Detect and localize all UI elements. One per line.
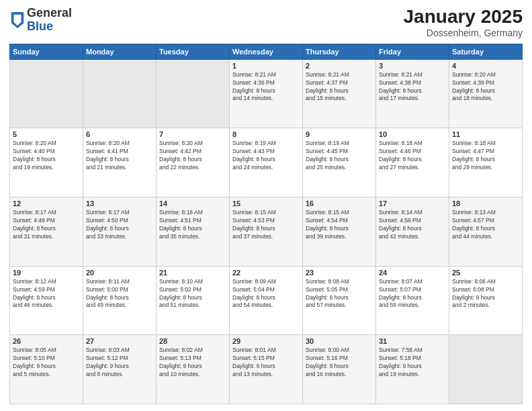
day-info: Sunrise: 8:09 AM Sunset: 5:04 PM Dayligh… <box>232 278 300 310</box>
calendar-week-row: 1Sunrise: 8:21 AM Sunset: 4:36 PM Daylig… <box>10 59 523 128</box>
logo: General Blue <box>9 7 72 34</box>
day-info: Sunrise: 8:07 AM Sunset: 5:07 PM Dayligh… <box>379 278 446 310</box>
day-number: 12 <box>13 199 80 208</box>
table-row: 21Sunrise: 8:10 AM Sunset: 5:02 PM Dayli… <box>157 266 230 335</box>
day-info: Sunrise: 8:20 AM Sunset: 4:41 PM Dayligh… <box>86 140 153 172</box>
day-info: Sunrise: 8:06 AM Sunset: 5:08 PM Dayligh… <box>452 278 519 310</box>
logo-general-text: General <box>27 6 72 19</box>
day-info: Sunrise: 8:15 AM Sunset: 4:53 PM Dayligh… <box>232 209 300 241</box>
weekday-header-row: Sunday Monday Tuesday Wednesday Thursday… <box>10 44 523 59</box>
table-row: 27Sunrise: 8:03 AM Sunset: 5:12 PM Dayli… <box>83 335 157 404</box>
day-number: 9 <box>306 130 373 138</box>
day-info: Sunrise: 8:03 AM Sunset: 5:12 PM Dayligh… <box>86 347 153 379</box>
col-sunday: Sunday <box>10 44 83 59</box>
table-row: 4Sunrise: 8:20 AM Sunset: 4:39 PM Daylig… <box>449 59 523 128</box>
table-row <box>449 335 523 404</box>
day-number: 31 <box>379 337 446 345</box>
table-row: 9Sunrise: 8:19 AM Sunset: 4:45 PM Daylig… <box>303 128 376 197</box>
table-row: 18Sunrise: 8:13 AM Sunset: 4:57 PM Dayli… <box>449 197 523 267</box>
day-number: 24 <box>379 269 446 277</box>
day-number: 5 <box>13 130 80 138</box>
day-number: 17 <box>379 199 446 208</box>
table-row: 30Sunrise: 8:00 AM Sunset: 5:16 PM Dayli… <box>303 335 376 404</box>
table-row: 12Sunrise: 8:17 AM Sunset: 4:49 PM Dayli… <box>10 197 83 267</box>
day-number: 2 <box>306 62 373 70</box>
logo-blue-text: Blue <box>27 19 53 33</box>
col-friday: Friday <box>376 44 449 59</box>
calendar-title: January 2025 <box>404 7 523 28</box>
table-row: 26Sunrise: 8:05 AM Sunset: 5:10 PM Dayli… <box>10 335 83 404</box>
day-number: 20 <box>86 269 153 277</box>
day-number: 21 <box>159 269 226 277</box>
day-number: 6 <box>86 130 153 138</box>
table-row: 28Sunrise: 8:02 AM Sunset: 5:13 PM Dayli… <box>157 335 230 404</box>
day-number: 15 <box>232 199 300 208</box>
day-info: Sunrise: 8:12 AM Sunset: 4:59 PM Dayligh… <box>13 278 80 310</box>
calendar-table: Sunday Monday Tuesday Wednesday Thursday… <box>9 44 523 404</box>
col-saturday: Saturday <box>449 44 523 59</box>
table-row: 14Sunrise: 8:16 AM Sunset: 4:51 PM Dayli… <box>157 197 230 267</box>
table-row: 16Sunrise: 8:15 AM Sunset: 4:54 PM Dayli… <box>303 197 376 267</box>
table-row: 17Sunrise: 8:14 AM Sunset: 4:56 PM Dayli… <box>376 197 449 267</box>
day-info: Sunrise: 8:01 AM Sunset: 5:15 PM Dayligh… <box>232 347 300 379</box>
table-row: 11Sunrise: 8:18 AM Sunset: 4:47 PM Dayli… <box>449 128 523 197</box>
day-info: Sunrise: 8:13 AM Sunset: 4:57 PM Dayligh… <box>452 209 519 241</box>
day-number: 7 <box>159 130 226 138</box>
day-info: Sunrise: 8:21 AM Sunset: 4:38 PM Dayligh… <box>379 71 446 103</box>
day-number: 3 <box>379 62 446 70</box>
table-row: 22Sunrise: 8:09 AM Sunset: 5:04 PM Dayli… <box>230 266 303 335</box>
table-row: 15Sunrise: 8:15 AM Sunset: 4:53 PM Dayli… <box>230 197 303 267</box>
day-info: Sunrise: 8:17 AM Sunset: 4:50 PM Dayligh… <box>86 209 153 241</box>
day-number: 4 <box>452 62 519 70</box>
day-number: 22 <box>232 269 300 277</box>
day-info: Sunrise: 8:00 AM Sunset: 5:16 PM Dayligh… <box>306 347 373 379</box>
day-info: Sunrise: 8:20 AM Sunset: 4:39 PM Dayligh… <box>452 71 519 103</box>
table-row <box>10 59 83 128</box>
col-thursday: Thursday <box>303 44 376 59</box>
day-info: Sunrise: 8:05 AM Sunset: 5:10 PM Dayligh… <box>13 347 80 379</box>
title-block: January 2025 Dossenheim, Germany <box>404 7 523 38</box>
day-number: 28 <box>159 337 226 345</box>
day-number: 10 <box>379 130 446 138</box>
day-info: Sunrise: 8:20 AM Sunset: 4:42 PM Dayligh… <box>159 140 226 172</box>
table-row: 20Sunrise: 8:11 AM Sunset: 5:00 PM Dayli… <box>83 266 157 335</box>
day-info: Sunrise: 8:15 AM Sunset: 4:54 PM Dayligh… <box>306 209 373 241</box>
table-row: 24Sunrise: 8:07 AM Sunset: 5:07 PM Dayli… <box>376 266 449 335</box>
day-info: Sunrise: 8:14 AM Sunset: 4:56 PM Dayligh… <box>379 209 446 241</box>
table-row: 1Sunrise: 8:21 AM Sunset: 4:36 PM Daylig… <box>230 59 303 128</box>
day-number: 11 <box>452 130 519 138</box>
table-row: 23Sunrise: 8:08 AM Sunset: 5:05 PM Dayli… <box>303 266 376 335</box>
day-info: Sunrise: 8:18 AM Sunset: 4:47 PM Dayligh… <box>452 140 519 172</box>
col-monday: Monday <box>83 44 157 59</box>
day-number: 13 <box>86 199 153 208</box>
table-row: 13Sunrise: 8:17 AM Sunset: 4:50 PM Dayli… <box>83 197 157 267</box>
day-number: 26 <box>13 337 80 345</box>
table-row: 29Sunrise: 8:01 AM Sunset: 5:15 PM Dayli… <box>230 335 303 404</box>
table-row: 19Sunrise: 8:12 AM Sunset: 4:59 PM Dayli… <box>10 266 83 335</box>
table-row: 6Sunrise: 8:20 AM Sunset: 4:41 PM Daylig… <box>83 128 157 197</box>
table-row <box>83 59 157 128</box>
day-info: Sunrise: 8:20 AM Sunset: 4:40 PM Dayligh… <box>13 140 80 172</box>
table-row: 31Sunrise: 7:58 AM Sunset: 5:18 PM Dayli… <box>376 335 449 404</box>
day-info: Sunrise: 8:19 AM Sunset: 4:43 PM Dayligh… <box>232 140 300 172</box>
col-wednesday: Wednesday <box>230 44 303 59</box>
logo-icon <box>11 12 24 28</box>
day-number: 19 <box>13 269 80 277</box>
calendar-week-row: 19Sunrise: 8:12 AM Sunset: 4:59 PM Dayli… <box>10 266 523 335</box>
table-row: 25Sunrise: 8:06 AM Sunset: 5:08 PM Dayli… <box>449 266 523 335</box>
calendar-week-row: 5Sunrise: 8:20 AM Sunset: 4:40 PM Daylig… <box>10 128 523 197</box>
day-number: 18 <box>452 199 519 208</box>
day-info: Sunrise: 7:58 AM Sunset: 5:18 PM Dayligh… <box>379 347 446 379</box>
day-info: Sunrise: 8:16 AM Sunset: 4:51 PM Dayligh… <box>159 209 226 241</box>
header: General Blue January 2025 Dossenheim, Ge… <box>9 7 523 38</box>
day-number: 29 <box>232 337 300 345</box>
calendar-week-row: 26Sunrise: 8:05 AM Sunset: 5:10 PM Dayli… <box>10 335 523 404</box>
day-info: Sunrise: 8:17 AM Sunset: 4:49 PM Dayligh… <box>13 209 80 241</box>
day-number: 8 <box>232 130 300 138</box>
table-row: 10Sunrise: 8:18 AM Sunset: 4:46 PM Dayli… <box>376 128 449 197</box>
table-row: 7Sunrise: 8:20 AM Sunset: 4:42 PM Daylig… <box>157 128 230 197</box>
day-number: 25 <box>452 269 519 277</box>
day-info: Sunrise: 8:11 AM Sunset: 5:00 PM Dayligh… <box>86 278 153 310</box>
day-number: 27 <box>86 337 153 345</box>
day-info: Sunrise: 8:21 AM Sunset: 4:37 PM Dayligh… <box>306 71 373 103</box>
